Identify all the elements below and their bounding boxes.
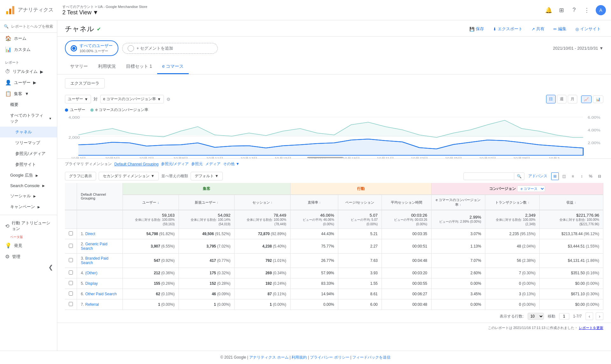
timeline-view-icon[interactable]: ↕ [578,172,586,180]
explorer-button[interactable]: エクスプローラ [65,78,105,88]
edit-button[interactable]: ✏ 編集 [551,25,569,33]
sidebar-item-channels[interactable]: チャネル [0,127,57,137]
tab-ecommerce[interactable]: e コマース [157,60,189,74]
sidebar-item-referral-sites[interactable]: 参照サイト [0,159,57,170]
feedback-link[interactable]: フィードバックを送信 [352,355,390,360]
metric1-selector[interactable]: ユーザー ▼ [65,95,91,103]
sidebar-item-discovery[interactable]: 💡 発見 [0,240,57,251]
sidebar-item-google-ads[interactable]: Google 広告 ▶ [0,170,57,181]
help-icon[interactable]: ? [570,6,578,14]
advanced-search-button[interactable]: アドバンス [527,172,549,180]
tab-usage[interactable]: 利用状況 [93,60,121,74]
refresh-report-link[interactable]: レポートを更新 [579,326,603,330]
week-btn[interactable]: 週 [557,95,566,103]
dimension-link-ref[interactable]: 参照元 [191,161,203,167]
tab-goals[interactable]: 目標セット 1 [121,60,157,74]
more-options-icon[interactable]: ⋮ [583,6,591,14]
legend-conversion-label: e コマースのコンバージョン率 [95,107,148,113]
tab-summary[interactable]: サマリー [65,60,93,74]
table-search-icon[interactable]: 🔍 [514,172,524,180]
metric2-selector[interactable]: e コマースのコンバージョン率 ▼ [100,95,164,103]
share-button[interactable]: ↗ 共有 [529,25,547,33]
dimension-link-ref-media[interactable]: 参照元/メディア [161,161,189,167]
channel-link[interactable]: Referral [85,302,99,307]
sidebar-item-admin[interactable]: ⚙ 管理 [0,251,57,262]
sidebar-search[interactable]: 🔍 [0,20,57,33]
row-checkbox[interactable] [65,278,77,289]
dimension-link-other[interactable]: その他 ▼ [223,161,239,167]
secondary-dimension-button[interactable]: セカンダリ ディメンション ▼ [99,172,159,180]
channel-link[interactable]: Other Paid Search [85,292,117,296]
sidebar-item-search-console[interactable]: Search Console ▶ [0,181,57,191]
primary-dimension-value[interactable]: Default Channel Grouping [114,162,158,166]
transactions-col-header[interactable]: トランザクション数 ↕ [485,195,540,210]
bar-chart-btn[interactable]: 📊 [593,95,603,103]
insights-button[interactable]: ◎ インサイト [573,25,603,33]
sidebar-item-all-traffic[interactable]: すべてのトラフィック ▼ [0,110,57,127]
users-col-header[interactable]: ユーザー ↓ [123,195,179,210]
month-btn[interactable]: 月 [568,95,577,103]
date-range-selector[interactable]: 2021/10/01 - 2021/10/31 ▼ [553,46,603,51]
sidebar-item-realtime[interactable]: ⏱ リアルタイム ▶ [0,66,57,77]
conversion-type-selector[interactable]: e コマース [517,186,545,192]
row-checkbox[interactable] [65,239,77,254]
percent-view-icon[interactable]: % [587,172,594,180]
row-checkbox[interactable] [65,254,77,268]
privacy-link[interactable]: プライバシー ポリシー [310,355,349,360]
line-chart-btn[interactable]: 📈 [581,95,592,103]
row-checkbox[interactable] [65,299,77,310]
prev-page-button[interactable]: ‹ [586,312,593,320]
channel-link[interactable]: Display [85,281,98,286]
day-btn[interactable]: 日 [546,95,556,103]
channel-link[interactable]: Direct [85,232,95,236]
sidebar-item-behavior[interactable]: ⟲ 行動 アトリビューション [0,218,57,234]
page-number-input[interactable] [559,313,569,319]
grid-view-icon[interactable]: ⊟ [596,172,603,180]
sidebar-item-social[interactable]: ソーシャル ▶ [0,191,57,201]
row-checkbox[interactable] [65,268,77,278]
next-page-button[interactable]: › [596,312,603,320]
row-checkbox[interactable] [65,229,77,239]
save-button[interactable]: 💾 保存 [467,25,487,33]
row-checkbox[interactable] [65,289,77,299]
sidebar-item-custom[interactable]: 📊 カスタム [0,44,57,55]
compare-view-icon[interactable]: ≡ [569,172,577,180]
sidebar-item-referrers[interactable]: 参照元/メディア [0,148,57,159]
dimension-link-media[interactable]: メディア [205,161,221,167]
pivot-view-icon[interactable]: ◫ [560,172,568,180]
sidebar-item-users[interactable]: 👤 ユーザー ▶ [0,77,57,88]
export-button[interactable]: ⬇ エクスポート [490,25,525,33]
channel-link[interactable]: Branded Paid Search [81,256,109,265]
ecomm-rate-col-header[interactable]: e コマースのコンバージョン率 ↕ [431,195,485,210]
revenue-col-header[interactable]: 収益 ↕ [539,195,603,210]
bounce-rate-col-header[interactable]: 直帰率 ↕ [290,195,338,210]
table-view-icon[interactable]: ⊞ [551,172,559,180]
sessions-col-header[interactable]: セッション ↕ [235,195,290,210]
active-segment[interactable]: すべてのユーザー 100.00% ユーザー [65,40,118,56]
channel-link[interactable]: (Other) [85,271,97,275]
analytics-home-link[interactable]: アナリティクス ホーム [249,355,288,360]
explorer-section: エクスプローラ [57,74,611,92]
add-segment-button[interactable]: + セグメントを追加 [122,43,218,54]
apps-grid-icon[interactable]: ⊞ [558,6,565,14]
table-search-input[interactable] [463,172,514,180]
sidebar-item-home[interactable]: 🏠 ホーム [0,33,57,44]
bell-icon[interactable]: 🔔 [545,6,552,14]
sort-type-button[interactable]: デフォルト ▼ [191,172,223,180]
search-input[interactable] [11,24,53,29]
channel-link[interactable]: Generic Paid Search [81,242,107,251]
avatar[interactable]: A [596,5,606,15]
terms-link[interactable]: 利用規約 [291,355,307,360]
pages-session-col-header[interactable]: ページ/セッション [338,195,382,210]
sidebar-item-overview[interactable]: 概要 [0,99,57,110]
sidebar-item-treemap[interactable]: ツリーマップ [0,137,57,148]
sidebar-item-acquisition[interactable]: 📋 集客 ▼ [0,88,57,99]
metric1-chevron-icon: ▼ [84,97,88,102]
new-users-col-header[interactable]: 新規ユーザー ↕ [179,195,234,210]
sidebar-item-campaigns[interactable]: キャンペーン ▶ [0,201,57,212]
sidebar-collapse-btn[interactable]: ❮ [47,262,54,272]
graph-display-button[interactable]: グラフに表示 [65,172,96,180]
avg-session-col-header[interactable]: 平均セッション時間 [382,195,431,210]
view-selector[interactable]: 2 Test View ▼ [62,9,545,16]
rows-per-page-selector[interactable]: 10 25 50 100 [528,313,544,320]
